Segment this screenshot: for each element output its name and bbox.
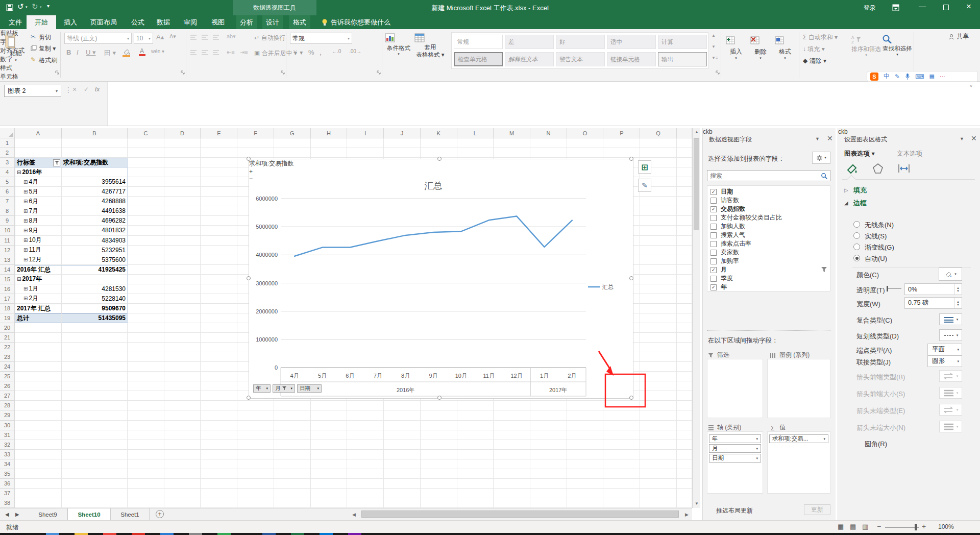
field-checkbox[interactable]: [710, 232, 717, 238]
cell[interactable]: [640, 304, 677, 313]
cell[interactable]: [201, 138, 237, 148]
cell[interactable]: [567, 440, 604, 450]
cell[interactable]: [15, 362, 62, 372]
cell[interactable]: ⊟2016年: [15, 167, 62, 177]
cell[interactable]: [201, 148, 237, 158]
cell[interactable]: [677, 333, 692, 343]
cell[interactable]: [640, 246, 677, 255]
sheet-tab-Sheet10[interactable]: Sheet10: [67, 508, 111, 520]
column-header-C[interactable]: C: [128, 128, 164, 138]
spinbox-透明度(T)[interactable]: 0%▲▼: [904, 283, 962, 295]
field-item-加购率[interactable]: 加购率: [707, 257, 830, 265]
cell[interactable]: [384, 479, 421, 489]
cell[interactable]: [457, 489, 494, 498]
ime-keyboard-icon[interactable]: ⌨: [915, 73, 924, 80]
row-header-27[interactable]: 27: [0, 391, 15, 401]
column-header-N[interactable]: N: [530, 128, 567, 138]
radio-实线(S)[interactable]: [853, 232, 860, 239]
field-item-季度[interactable]: 季度: [707, 274, 830, 283]
cell[interactable]: [164, 343, 201, 352]
merge-center-button[interactable]: ▣ 合并后居中 ▾: [254, 49, 297, 58]
column-header-B[interactable]: B: [62, 128, 128, 138]
cell[interactable]: 5232951: [62, 246, 128, 255]
accounting-format-button[interactable]: ￥ ▾: [292, 48, 303, 57]
cell[interactable]: [201, 236, 237, 246]
row-header-29[interactable]: 29: [0, 410, 15, 420]
cell[interactable]: [677, 372, 692, 381]
dialog-launcher-icon[interactable]: [55, 70, 59, 75]
cell[interactable]: [164, 352, 201, 362]
dropdown-箭头前端类型(B)[interactable]: ▾: [939, 370, 962, 382]
cell[interactable]: [164, 216, 201, 226]
cell[interactable]: 5375600: [62, 255, 128, 265]
field-checkbox[interactable]: [710, 215, 717, 221]
cell[interactable]: 5228140: [62, 294, 128, 304]
cell[interactable]: [201, 216, 237, 226]
field-checkbox[interactable]: [710, 258, 717, 264]
cell[interactable]: [128, 158, 164, 167]
select-联接类型(J)[interactable]: 圆形▾: [927, 355, 962, 367]
cell[interactable]: [274, 148, 311, 158]
cell[interactable]: [128, 362, 164, 372]
tab-格式[interactable]: 格式: [289, 15, 310, 29]
cell[interactable]: [201, 323, 237, 333]
row-header-4[interactable]: 4: [0, 167, 15, 177]
cell[interactable]: [494, 410, 530, 420]
cell[interactable]: [567, 498, 604, 508]
cell[interactable]: [457, 440, 494, 450]
dialog-launcher-icon[interactable]: [716, 70, 720, 75]
cell[interactable]: [384, 489, 421, 498]
row-header-8[interactable]: 8: [0, 206, 15, 216]
cell[interactable]: [164, 177, 201, 187]
cell[interactable]: [128, 138, 164, 148]
cell[interactable]: [15, 323, 62, 333]
cell[interactable]: [311, 440, 348, 450]
cell[interactable]: [62, 401, 128, 410]
cell[interactable]: ⊞9月: [15, 226, 62, 235]
cell[interactable]: [640, 421, 677, 430]
cell[interactable]: [128, 381, 164, 391]
vertical-scrollbar[interactable]: ▲▼: [692, 128, 700, 508]
autosum-button[interactable]: Σ 自动求和 ▾: [803, 33, 838, 42]
axis-pill-日期[interactable]: 日期▾: [709, 454, 761, 463]
cell[interactable]: [15, 372, 62, 381]
cell[interactable]: [457, 401, 494, 410]
cell[interactable]: 2016年 汇总: [15, 265, 62, 275]
column-header-H[interactable]: H: [311, 128, 348, 138]
cell[interactable]: [311, 489, 348, 498]
cell[interactable]: [274, 489, 311, 498]
cell[interactable]: [677, 138, 692, 148]
ime-pen-icon[interactable]: ✎: [895, 73, 900, 80]
cell[interactable]: [640, 216, 677, 226]
cell[interactable]: [128, 372, 164, 381]
axis-pill-caret[interactable]: ▾: [756, 456, 758, 460]
cell[interactable]: [567, 469, 604, 479]
cell[interactable]: [494, 459, 530, 469]
cell[interactable]: [62, 430, 128, 440]
ime-grid-icon[interactable]: ▦: [929, 73, 934, 80]
cell[interactable]: [128, 265, 164, 275]
cell-style-链接单元格[interactable]: 链接单元格: [607, 52, 656, 66]
cell[interactable]: [421, 469, 457, 479]
cell[interactable]: [640, 275, 677, 284]
cell[interactable]: [640, 255, 677, 265]
cell[interactable]: 4268888: [62, 197, 128, 206]
save-icon[interactable]: [6, 4, 13, 11]
tab-分析[interactable]: 分析: [236, 15, 257, 29]
cell[interactable]: [421, 459, 457, 469]
cell[interactable]: [164, 489, 201, 498]
cell[interactable]: [128, 391, 164, 401]
cell[interactable]: [677, 284, 692, 294]
cell[interactable]: [164, 187, 201, 197]
dropdown-箭头末端类型(E)[interactable]: ▾: [939, 404, 962, 416]
cell[interactable]: [128, 450, 164, 459]
cell[interactable]: [164, 372, 201, 381]
cell[interactable]: [201, 498, 237, 508]
cell[interactable]: [640, 362, 677, 372]
cell[interactable]: [128, 167, 164, 177]
row-header-31[interactable]: 31: [0, 430, 15, 440]
selection-handle[interactable]: [247, 396, 251, 400]
comma-button[interactable]: ,: [320, 47, 322, 56]
cell[interactable]: [677, 187, 692, 197]
cell[interactable]: [201, 343, 237, 352]
